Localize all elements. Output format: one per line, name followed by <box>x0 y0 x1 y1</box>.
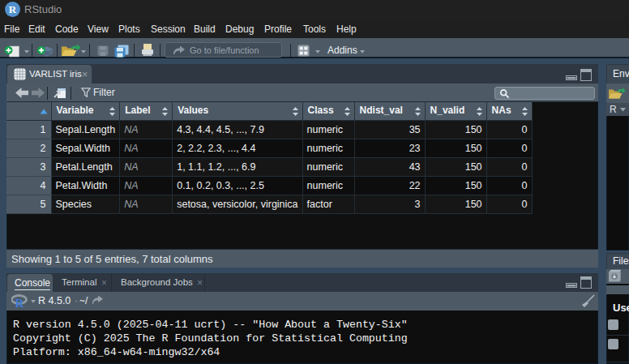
svg-text:R: R <box>15 297 24 309</box>
svg-text:R: R <box>45 49 49 57</box>
